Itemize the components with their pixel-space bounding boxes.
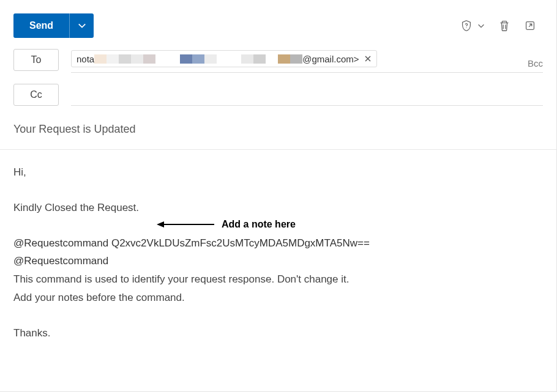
annotation-text: Add a note here bbox=[222, 216, 296, 233]
annotation-callout: Add a note here bbox=[157, 216, 296, 233]
protection-button[interactable] bbox=[460, 19, 485, 32]
body-signoff: Thanks. bbox=[13, 324, 543, 342]
send-split-button[interactable]: Send bbox=[13, 13, 94, 38]
shield-question-icon bbox=[460, 19, 473, 32]
recipient-prefix: nota bbox=[77, 54, 94, 64]
remove-recipient-button[interactable] bbox=[364, 54, 374, 64]
recipient-chip[interactable]: nota @gmail.com> bbox=[71, 50, 377, 67]
chevron-down-icon bbox=[477, 21, 485, 30]
body-line: Kindly Closed the Request. bbox=[13, 199, 543, 217]
svg-point-0 bbox=[466, 28, 466, 28]
body-command: @Requestcommand Q2xvc2VkLDUsZmFsc2UsMTcy… bbox=[13, 234, 543, 253]
trash-icon bbox=[498, 19, 511, 32]
recipient-suffix: @gmail.com> bbox=[302, 54, 359, 64]
send-options-button[interactable] bbox=[69, 13, 94, 38]
send-button[interactable]: Send bbox=[13, 13, 69, 38]
message-body[interactable]: Hi, Kindly Closed the Request. @Requestc… bbox=[0, 150, 556, 355]
subject-input[interactable] bbox=[13, 122, 543, 137]
body-info: Add your notes before the command. bbox=[13, 289, 543, 307]
popout-button[interactable] bbox=[523, 19, 537, 32]
cc-input-line[interactable] bbox=[71, 84, 543, 106]
cc-field-button[interactable]: Cc bbox=[13, 84, 59, 106]
arrow-left-icon bbox=[157, 220, 215, 229]
to-field-button[interactable]: To bbox=[13, 49, 59, 71]
body-command: @Requestcommand bbox=[13, 252, 543, 270]
body-greeting: Hi, bbox=[13, 163, 543, 182]
chevron-down-icon bbox=[78, 21, 86, 30]
svg-marker-3 bbox=[157, 221, 164, 227]
close-icon bbox=[364, 55, 372, 62]
bcc-toggle[interactable]: Bcc bbox=[528, 58, 543, 68]
discard-button[interactable] bbox=[498, 19, 511, 32]
to-input-line[interactable]: nota @gmail.com> Bcc bbox=[71, 49, 543, 73]
redacted-area bbox=[94, 54, 302, 64]
popout-icon bbox=[523, 19, 537, 32]
body-info: This command is used to identify your re… bbox=[13, 270, 543, 289]
